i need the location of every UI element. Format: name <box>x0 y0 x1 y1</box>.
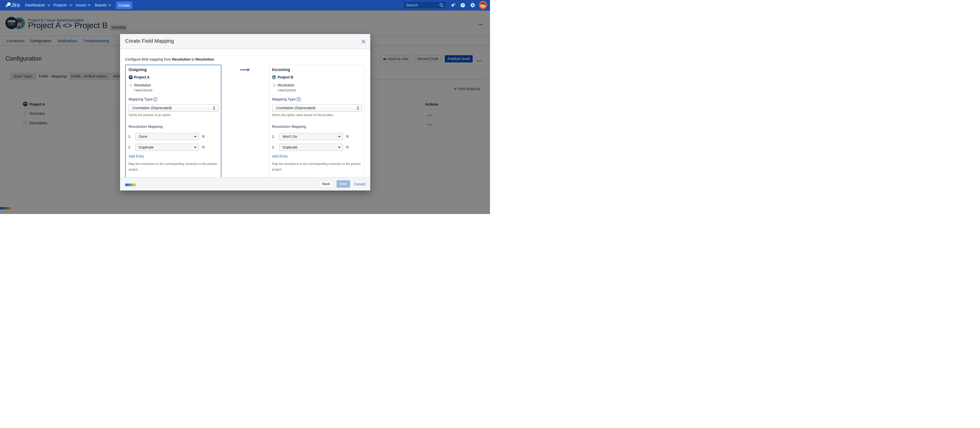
svg-text:?: ? <box>298 97 299 101</box>
svg-text:?: ? <box>154 97 156 101</box>
svg-text:?: ? <box>462 3 464 6</box>
